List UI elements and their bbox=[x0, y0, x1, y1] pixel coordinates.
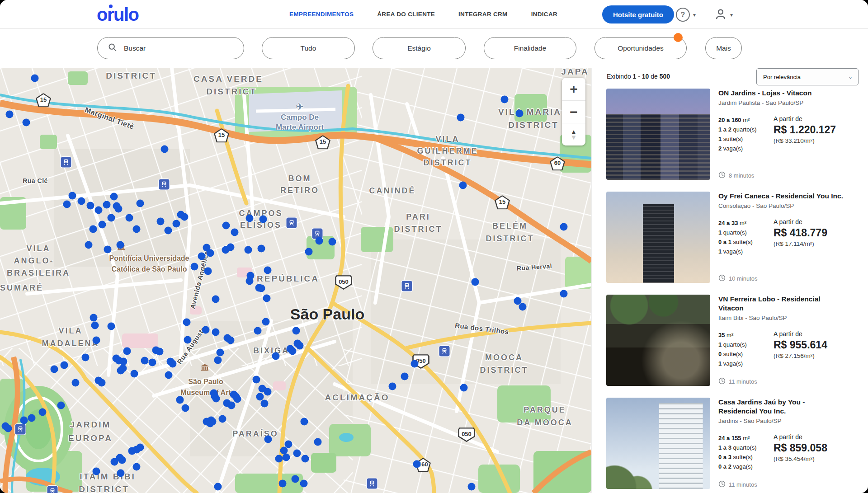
zoom-in-button[interactable]: + bbox=[562, 78, 585, 100]
property-marker[interactable] bbox=[57, 402, 65, 409]
property-marker[interactable] bbox=[69, 192, 76, 200]
property-marker[interactable] bbox=[156, 348, 164, 356]
property-marker[interactable] bbox=[169, 360, 177, 368]
property-marker[interactable] bbox=[212, 296, 220, 303]
property-marker[interactable] bbox=[117, 470, 125, 477]
property-marker[interactable] bbox=[90, 314, 98, 322]
map-canvas[interactable]: DISTRICTCASA VERDEDISTRICTJAPA✈Campo DeM… bbox=[0, 68, 591, 493]
property-marker[interactable] bbox=[177, 211, 185, 219]
property-marker[interactable] bbox=[219, 415, 226, 423]
property-marker[interactable] bbox=[31, 75, 39, 82]
property-marker[interactable] bbox=[411, 360, 419, 368]
filter-oportunidades[interactable]: Oportunidades bbox=[594, 37, 687, 59]
property-marker[interactable] bbox=[413, 460, 421, 468]
property-marker[interactable] bbox=[389, 383, 396, 390]
property-marker[interactable] bbox=[202, 326, 210, 334]
property-marker[interactable] bbox=[183, 319, 191, 326]
help-menu[interactable]: ? ▾ bbox=[676, 8, 696, 22]
property-marker[interactable] bbox=[149, 359, 156, 366]
listing-title[interactable]: Oy Frei Caneca - Residencial You Inc. bbox=[718, 192, 843, 201]
property-marker[interactable] bbox=[78, 197, 85, 205]
property-marker[interactable] bbox=[28, 414, 36, 422]
property-marker[interactable] bbox=[292, 327, 300, 335]
property-marker[interactable] bbox=[227, 337, 235, 344]
property-marker[interactable] bbox=[123, 347, 131, 355]
property-marker[interactable] bbox=[51, 366, 58, 373]
property-marker[interactable] bbox=[217, 349, 224, 357]
property-marker[interactable] bbox=[23, 119, 30, 127]
listing-title[interactable]: Casa Jardins Jaú by You - Residencial Yo… bbox=[718, 398, 843, 416]
property-marker[interactable] bbox=[519, 303, 527, 311]
property-marker[interactable] bbox=[300, 480, 308, 488]
property-marker[interactable] bbox=[254, 327, 262, 335]
listing-thumbnail[interactable] bbox=[606, 398, 710, 489]
property-marker[interactable] bbox=[258, 285, 265, 292]
property-marker[interactable] bbox=[222, 222, 230, 230]
property-marker[interactable] bbox=[292, 475, 299, 483]
property-marker[interactable] bbox=[118, 456, 126, 464]
property-marker[interactable] bbox=[289, 347, 297, 355]
property-marker[interactable] bbox=[314, 438, 322, 446]
property-marker[interactable] bbox=[103, 201, 111, 209]
property-marker[interactable] bbox=[133, 463, 141, 471]
property-marker[interactable] bbox=[560, 223, 568, 231]
listing-card[interactable]: Oy Frei Caneca - Residencial You Inc. Co… bbox=[606, 192, 859, 283]
property-marker[interactable] bbox=[207, 420, 214, 427]
listing-thumbnail[interactable] bbox=[606, 295, 710, 386]
property-marker[interactable] bbox=[63, 201, 71, 208]
property-marker[interactable] bbox=[301, 418, 308, 426]
listing-card[interactable]: Casa Jardins Jaú by You - Residencial Yo… bbox=[606, 398, 859, 489]
property-marker[interactable] bbox=[157, 218, 165, 225]
property-marker[interactable] bbox=[117, 367, 125, 375]
filter-finalidade[interactable]: Finalidade bbox=[484, 37, 576, 59]
search-box[interactable] bbox=[97, 37, 244, 59]
property-marker[interactable] bbox=[459, 182, 467, 189]
property-marker[interactable] bbox=[93, 337, 100, 344]
listing-card[interactable]: ON Jardins - Lojas - Vitacon Jardim Paul… bbox=[606, 89, 859, 180]
property-marker[interactable] bbox=[272, 352, 280, 360]
property-marker[interactable] bbox=[61, 362, 68, 369]
property-marker[interactable] bbox=[264, 388, 272, 396]
property-marker[interactable] bbox=[133, 225, 141, 233]
property-marker[interactable] bbox=[560, 290, 568, 298]
orulo-logo[interactable]: orulo bbox=[97, 4, 138, 25]
property-marker[interactable] bbox=[246, 215, 254, 222]
property-marker[interactable] bbox=[259, 216, 267, 223]
property-marker[interactable] bbox=[85, 241, 93, 249]
property-marker[interactable] bbox=[501, 96, 509, 103]
property-marker[interactable] bbox=[245, 246, 252, 254]
property-marker[interactable] bbox=[104, 246, 112, 254]
property-marker[interactable] bbox=[93, 468, 100, 475]
property-marker[interactable] bbox=[207, 249, 214, 257]
property-marker[interactable] bbox=[126, 214, 133, 222]
property-marker[interactable] bbox=[204, 268, 212, 275]
sort-select[interactable]: Por relevância ⌄ bbox=[756, 68, 859, 85]
property-marker[interactable] bbox=[173, 220, 180, 228]
property-marker[interactable] bbox=[214, 357, 222, 364]
property-marker[interactable] bbox=[253, 376, 260, 384]
property-marker[interactable] bbox=[82, 354, 90, 362]
property-marker[interactable] bbox=[262, 318, 270, 326]
property-marker[interactable] bbox=[182, 404, 189, 412]
nav-item-empreendimentos[interactable]: EMPREENDIMENTOS bbox=[289, 11, 354, 18]
property-marker[interactable] bbox=[176, 396, 184, 404]
property-marker[interactable] bbox=[227, 244, 235, 251]
property-marker[interactable] bbox=[95, 207, 103, 214]
property-marker[interactable] bbox=[198, 253, 206, 260]
property-marker[interactable] bbox=[212, 329, 220, 336]
property-marker[interactable] bbox=[329, 238, 336, 246]
nav-item-integrar-crm[interactable]: INTEGRAR CRM bbox=[458, 11, 508, 18]
property-marker[interactable] bbox=[258, 245, 265, 253]
property-marker[interactable] bbox=[457, 114, 465, 122]
property-marker[interactable] bbox=[137, 444, 144, 451]
nav-item-indicar[interactable]: INDICAR bbox=[531, 11, 557, 18]
listing-thumbnail[interactable] bbox=[606, 192, 710, 283]
property-marker[interactable] bbox=[214, 483, 222, 491]
pan-updown-button[interactable]: ▲ ▼ bbox=[562, 123, 585, 146]
zoom-out-button[interactable]: − bbox=[562, 100, 585, 123]
property-marker[interactable] bbox=[264, 267, 272, 274]
property-marker[interactable] bbox=[279, 480, 287, 488]
property-marker[interactable] bbox=[316, 237, 323, 245]
property-marker[interactable] bbox=[90, 225, 97, 233]
property-marker[interactable] bbox=[165, 371, 173, 379]
